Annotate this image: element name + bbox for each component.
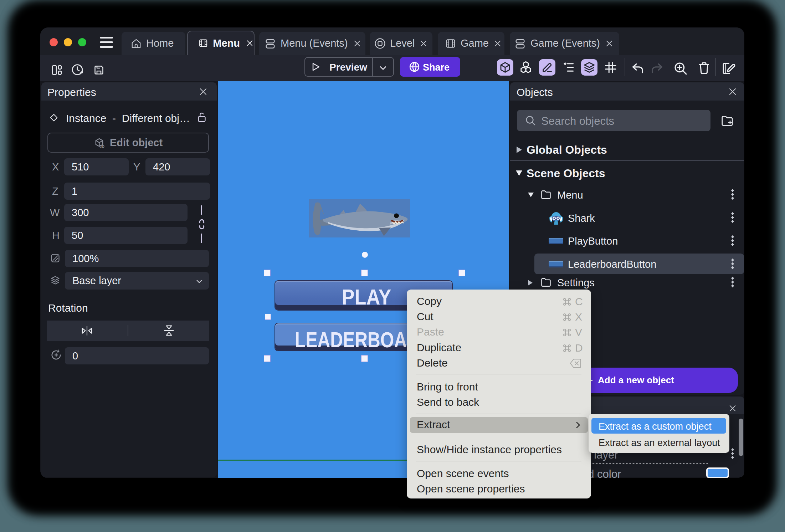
svg-text:2D: 2D (100, 144, 105, 148)
